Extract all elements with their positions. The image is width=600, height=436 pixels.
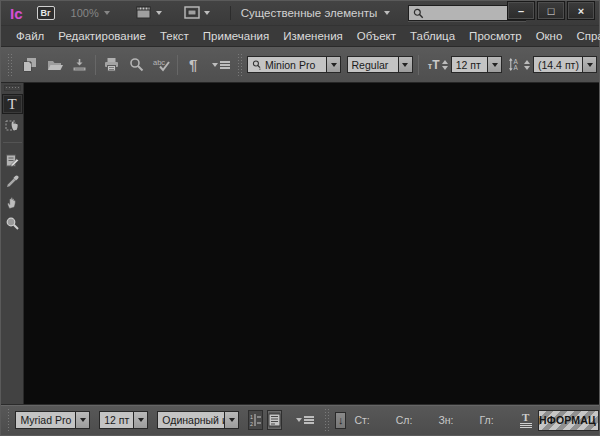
statusbar-grip[interactable] — [7, 408, 11, 432]
toolbar-separator — [418, 55, 419, 75]
menu-file[interactable]: Файл — [9, 27, 51, 45]
copyfit-icon: T — [520, 412, 532, 428]
hand-tool-icon — [5, 195, 20, 210]
minimize-button[interactable]: – — [507, 1, 535, 20]
note-tool[interactable] — [2, 150, 23, 170]
toolbar-grip[interactable] — [7, 53, 13, 77]
statusbar-grip[interactable] — [324, 408, 328, 432]
pilcrow-icon: ¶ — [189, 56, 197, 73]
menu-edit[interactable]: Редактирование — [51, 27, 153, 45]
font-size-combo[interactable]: 12 пт — [451, 56, 503, 73]
close-button[interactable]: × — [567, 1, 595, 20]
search-input[interactable] — [427, 8, 517, 19]
search-icon — [413, 8, 424, 19]
chevron-down-icon — [204, 11, 210, 15]
printer-icon — [103, 57, 120, 72]
toolbar-panel-menu-button[interactable] — [206, 53, 233, 77]
status-font-family-dropdown-button[interactable] — [75, 411, 90, 429]
print-button[interactable] — [99, 53, 124, 77]
font-style-combo[interactable]: Regular — [347, 56, 413, 73]
status-font-size-value: 12 пт — [104, 414, 129, 426]
show-hidden-characters-button[interactable]: ¶ — [181, 53, 206, 77]
open-folder-icon — [46, 58, 64, 72]
search-icon — [129, 57, 144, 72]
workspace-switcher[interactable]: Существенные элементы — [241, 7, 391, 19]
chevron-down-icon — [384, 11, 390, 15]
font-size-value: 12 пт — [456, 59, 481, 71]
font-family-combo[interactable]: Minion Pro — [247, 56, 341, 73]
tools-panel-grip[interactable] — [4, 85, 21, 91]
save-icon — [71, 58, 88, 72]
status-font-family-value: Myriad Pro — [20, 414, 71, 426]
lines-count-label: Ст: — [354, 414, 369, 426]
bridge-button[interactable]: Br — [37, 6, 55, 20]
find-button[interactable] — [124, 53, 149, 77]
chevron-down-icon — [587, 63, 593, 67]
titlebar-separator — [230, 6, 231, 20]
menu-view[interactable]: Просмотр — [462, 27, 529, 45]
incopy-logo: Ic — [10, 5, 23, 22]
status-leading-combo[interactable]: Одинарный и — [157, 411, 239, 429]
status-font-size-combo[interactable]: 12 пт — [99, 411, 148, 429]
font-family-dropdown-button[interactable] — [326, 56, 341, 73]
status-font-size-dropdown-button[interactable] — [133, 411, 148, 429]
zoom-level-dropdown[interactable]: 100% — [71, 7, 110, 19]
hand-tool[interactable] — [2, 192, 23, 212]
panel-menu-icon — [296, 418, 302, 422]
leading-icon: A A — [508, 57, 522, 72]
content-area: T — [1, 83, 599, 404]
font-size-dropdown-button[interactable] — [487, 56, 502, 73]
panel-menu-icon — [212, 61, 230, 69]
screen-mode-button[interactable] — [180, 4, 214, 22]
copyfit-progress-bar: НЕТ ИНФОРМАЦ — [538, 410, 599, 431]
line-numbers-icon: 1 2 — [249, 413, 262, 427]
layout-view-button[interactable] — [267, 410, 282, 430]
spellcheck-button[interactable]: abc — [149, 53, 174, 77]
chevron-down-icon — [229, 418, 235, 422]
words-count-label: Сл: — [396, 414, 413, 426]
menu-type[interactable]: Текст — [153, 27, 196, 45]
font-family-value: Minion Pro — [265, 59, 315, 71]
tools-panel: T — [1, 83, 24, 404]
menu-table[interactable]: Таблица — [403, 27, 462, 45]
font-search-icon — [252, 60, 262, 70]
note-tool-icon — [5, 153, 20, 168]
leading-combo[interactable]: (14.4 пт) — [533, 56, 597, 73]
tools-divider — [3, 142, 22, 143]
font-style-dropdown-button[interactable] — [398, 56, 413, 73]
app-toolbar: abc ¶ Minion Pro — [1, 47, 599, 83]
eyedropper-tool[interactable] — [2, 171, 23, 191]
type-tool-icon: T — [7, 96, 16, 113]
font-size-stepper[interactable] — [442, 60, 448, 70]
toolbar-separator — [177, 55, 178, 75]
status-leading-dropdown-button[interactable] — [224, 411, 239, 429]
new-document-button[interactable] — [17, 53, 42, 77]
menubar: Файл Редактирование Текст Примечания Изм… — [1, 25, 599, 47]
leading-dropdown-button[interactable] — [582, 56, 597, 73]
position-tool[interactable] — [2, 115, 23, 135]
menu-help[interactable]: Справка — [569, 27, 600, 45]
status-font-family-combo[interactable]: Myriad Pro — [15, 411, 90, 429]
leading-stepper[interactable] — [524, 60, 530, 70]
menu-notes[interactable]: Примечания — [196, 27, 276, 45]
type-tool[interactable]: T — [2, 94, 23, 114]
statusbar-panel-menu-button[interactable] — [296, 416, 314, 424]
panel-menu-lines-icon — [304, 416, 314, 424]
zoom-tool[interactable] — [2, 213, 23, 233]
document-canvas[interactable] — [24, 83, 599, 404]
menu-object[interactable]: Объект — [350, 27, 403, 45]
save-content-button[interactable] — [67, 53, 92, 77]
menu-window[interactable]: Окно — [529, 27, 570, 45]
svg-text:A: A — [514, 64, 519, 71]
copyfit-message: НЕТ ИНФОРМАЦ — [538, 414, 596, 426]
toolbar-grip[interactable] — [237, 53, 243, 77]
menu-changes[interactable]: Изменения — [276, 27, 350, 45]
open-document-button[interactable] — [42, 53, 67, 77]
maximize-button[interactable]: □ — [537, 1, 565, 20]
view-options-icon — [136, 6, 153, 20]
workspace-name: Существенные элементы — [241, 7, 378, 19]
svg-text:2: 2 — [250, 421, 253, 427]
copyfit-jump-button[interactable]: ↓ — [335, 412, 347, 429]
view-options-button[interactable] — [132, 4, 166, 22]
galley-view-button[interactable]: 1 2 — [248, 410, 263, 430]
